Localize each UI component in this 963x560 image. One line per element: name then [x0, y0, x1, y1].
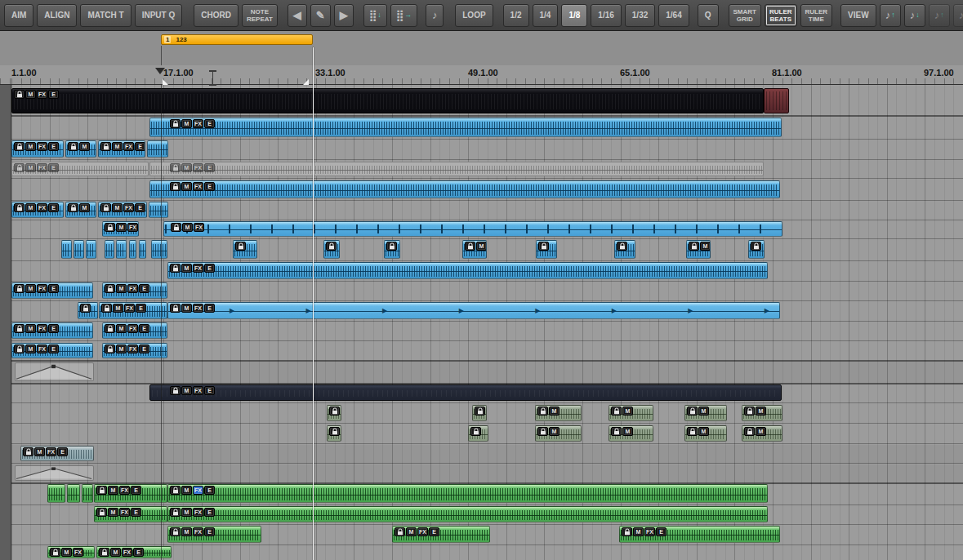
- item-button-fx[interactable]: FX: [644, 527, 655, 536]
- lock-icon[interactable]: [170, 304, 181, 313]
- item-button-m[interactable]: M: [112, 203, 123, 212]
- lock-icon[interactable]: [537, 427, 548, 436]
- lock-icon[interactable]: [170, 486, 181, 495]
- item-button-m[interactable]: M: [181, 182, 192, 191]
- audio-item[interactable]: MFX: [47, 546, 95, 558]
- item-button-fx[interactable]: FX: [127, 324, 138, 333]
- item-fade-handle-left[interactable]: [163, 79, 168, 85]
- toolbar-button-align[interactable]: ALIGN: [37, 4, 77, 27]
- audio-item[interactable]: [74, 240, 84, 259]
- item-button-e[interactable]: E: [133, 548, 144, 557]
- audio-item[interactable]: MFXE: [102, 322, 167, 339]
- audio-item[interactable]: MFXE: [11, 162, 149, 176]
- item-button-m[interactable]: M: [116, 324, 127, 333]
- item-button-m[interactable]: M: [476, 242, 487, 251]
- item-button-m[interactable]: M: [181, 304, 192, 313]
- item-button-m[interactable]: M: [181, 527, 192, 536]
- lock-icon[interactable]: [611, 407, 622, 416]
- lock-icon[interactable]: [744, 407, 755, 416]
- audio-item[interactable]: [151, 240, 167, 259]
- lock-icon[interactable]: [689, 242, 699, 251]
- lock-icon[interactable]: [171, 223, 181, 232]
- audio-item[interactable]: MFXE: [98, 140, 145, 158]
- audio-item[interactable]: M: [462, 240, 487, 259]
- item-button-m[interactable]: M: [25, 203, 36, 212]
- item-button-m[interactable]: M: [622, 407, 633, 416]
- audio-item[interactable]: MFXE: [11, 140, 64, 158]
- audio-item[interactable]: MFX: [102, 221, 139, 237]
- toolbar-button-ruler-time[interactable]: RULER TIME: [800, 4, 833, 27]
- audio-item[interactable]: [116, 240, 127, 259]
- toolbar-button-ruler-beats[interactable]: RULER BEATS: [765, 4, 797, 27]
- lock-icon[interactable]: [751, 242, 761, 251]
- item-button-m[interactable]: M: [25, 324, 36, 333]
- audio-item[interactable]: MFXE: [102, 282, 167, 299]
- lock-icon[interactable]: [687, 407, 698, 416]
- item-button-fx[interactable]: FX: [122, 548, 132, 557]
- item-button-fx[interactable]: FX: [124, 304, 135, 313]
- item-button-m[interactable]: M: [25, 90, 36, 99]
- item-button-m[interactable]: M: [181, 264, 192, 273]
- item-button-m[interactable]: M: [79, 203, 90, 212]
- audio-item[interactable]: M: [686, 240, 711, 259]
- lock-icon[interactable]: [100, 142, 111, 151]
- audio-item[interactable]: [147, 140, 168, 158]
- audio-item[interactable]: [149, 202, 168, 218]
- item-button-fx[interactable]: FX: [193, 163, 203, 172]
- item-button-e[interactable]: E: [656, 527, 667, 536]
- toolbar-button-smart-grid[interactable]: SMART GRID: [729, 4, 761, 27]
- item-button-fx[interactable]: FX: [193, 386, 203, 395]
- item-button-fx[interactable]: FX: [37, 344, 47, 353]
- audio-item[interactable]: [327, 425, 341, 442]
- item-button-m[interactable]: M: [698, 407, 709, 416]
- lock-icon[interactable]: [50, 548, 60, 557]
- item-button-fx[interactable]: FX: [127, 223, 138, 232]
- lock-icon[interactable]: [14, 324, 25, 333]
- item-button-e[interactable]: E: [48, 163, 59, 172]
- lock-icon[interactable]: [170, 163, 181, 172]
- play-icon[interactable]: ▶: [334, 4, 354, 27]
- item-button-fx[interactable]: FX: [46, 447, 56, 456]
- audio-item[interactable]: MFXE: [149, 118, 782, 137]
- lock-icon[interactable]: [617, 242, 627, 251]
- lock-icon[interactable]: [96, 508, 107, 517]
- audio-item[interactable]: M: [65, 202, 96, 218]
- audio-item[interactable]: MFXE: [98, 202, 147, 218]
- item-button-e[interactable]: E: [57, 447, 68, 456]
- lock-icon[interactable]: [68, 203, 78, 212]
- lock-icon[interactable]: [105, 324, 115, 333]
- item-button-fx[interactable]: FX: [193, 508, 203, 517]
- toolbar-button-loop[interactable]: LOOP: [455, 4, 493, 27]
- lock-icon[interactable]: [170, 386, 181, 395]
- audio-item[interactable]: MFXE: [167, 262, 768, 279]
- pencil-edit-icon[interactable]: ✎: [310, 4, 331, 27]
- lock-icon[interactable]: [170, 119, 181, 128]
- audio-item[interactable]: [129, 240, 136, 259]
- lock-icon[interactable]: [100, 203, 111, 212]
- audio-item[interactable]: [614, 240, 635, 259]
- item-button-e[interactable]: E: [204, 527, 215, 536]
- lock-icon[interactable]: [14, 203, 25, 212]
- audio-item[interactable]: MFX: [163, 221, 782, 237]
- audio-item[interactable]: MFXE: [167, 526, 261, 543]
- item-button-m[interactable]: M: [34, 447, 45, 456]
- item-button-e[interactable]: E: [48, 324, 59, 333]
- audio-item[interactable]: M: [535, 405, 582, 421]
- item-fade-handle-right[interactable]: [303, 79, 309, 85]
- lock-icon[interactable]: [105, 344, 115, 353]
- lock-icon[interactable]: [386, 242, 397, 251]
- loop-start-marker-icon[interactable]: [155, 68, 165, 74]
- audio-item[interactable]: M: [742, 425, 782, 442]
- item-button-fx[interactable]: FX: [127, 284, 138, 293]
- lock-icon[interactable]: [622, 527, 632, 536]
- timeline-ruler[interactable]: 1.1.0017.1.0033.1.0049.1.0065.1.0081.1.0…: [0, 65, 963, 85]
- toolbar-button-1-16[interactable]: 1/16: [591, 4, 621, 27]
- note-nudge-up-icon[interactable]: ♪↑: [880, 4, 901, 27]
- item-button-e[interactable]: E: [429, 527, 439, 536]
- toolbar-button-chord[interactable]: CHORD: [194, 4, 239, 27]
- item-button-e[interactable]: E: [139, 324, 149, 333]
- item-button-fx[interactable]: FX: [193, 182, 203, 191]
- item-button-fx[interactable]: FX: [194, 223, 204, 232]
- audio-item[interactable]: [748, 240, 765, 259]
- item-button-fx[interactable]: FX: [123, 142, 134, 151]
